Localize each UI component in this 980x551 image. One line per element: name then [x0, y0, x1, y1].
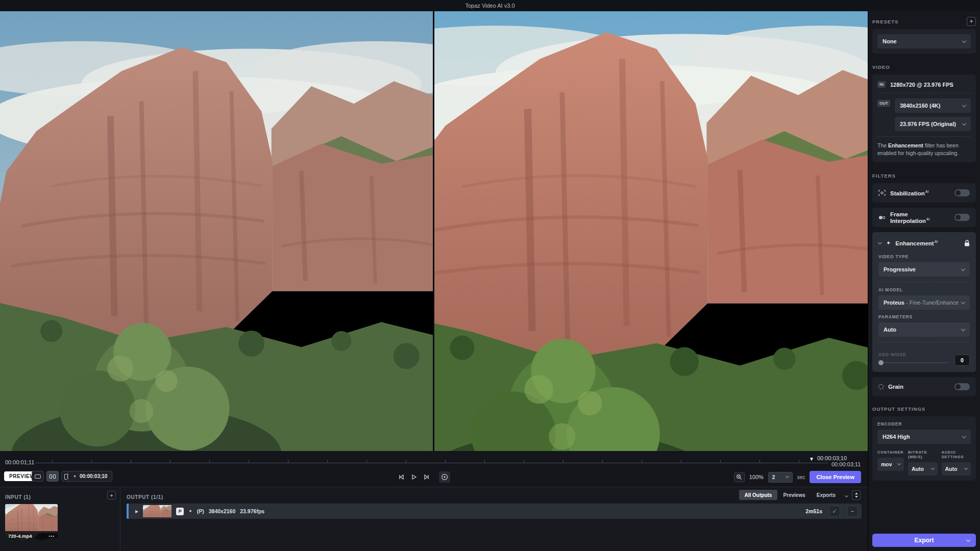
grain-label: Grain: [888, 384, 903, 390]
output-resolution-select[interactable]: 3840x2160 (4K): [895, 98, 971, 113]
row-fps: 23.976fps: [240, 508, 264, 514]
playhead-icon[interactable]: ▼: [809, 457, 814, 462]
input-panel: INPUT (1) + 720-4.mp4 •••: [0, 487, 120, 551]
output-row[interactable]: ▶ P ✦ (P) 3840x2160 23.976fps 2m51s ✓ −: [127, 504, 862, 519]
grain-filter: Grain: [872, 377, 976, 396]
encoder-label: ENCODER: [877, 421, 971, 427]
timeline: 00:00:01;11 ▼ 00:00:03;10 00:00:03;11: [0, 451, 868, 468]
preset-select[interactable]: None: [877, 34, 971, 48]
input-clip-thumbnail[interactable]: 720-4.mp4 •••: [5, 504, 58, 540]
video-type-select[interactable]: Progressive: [878, 262, 970, 277]
plus-icon: +: [969, 18, 973, 25]
output-panel: OUTPUT (1/1) All Outputs Previews Export…: [120, 487, 868, 551]
ai-model-select[interactable]: Proteus - Fine-Tune/Enhance: [878, 295, 970, 310]
add-noise-slider[interactable]: [878, 362, 948, 363]
side-by-side-icon: [50, 474, 56, 479]
container-select[interactable]: mov: [877, 458, 904, 471]
container-label: CONTAINER: [877, 450, 904, 455]
export-button[interactable]: Export: [872, 534, 976, 547]
chevron-down-icon: [786, 474, 789, 478]
audio-settings-select[interactable]: Auto: [942, 462, 971, 475]
enhanced-video-frame: [434, 11, 868, 451]
step-back-button[interactable]: [398, 473, 405, 481]
enhanced-video-pane[interactable]: [434, 11, 868, 451]
seconds-label: sec: [797, 474, 805, 480]
row-complete-button[interactable]: ✓: [829, 506, 840, 517]
close-preview-button[interactable]: Close Preview: [810, 471, 861, 483]
output-row-thumbnail: [143, 505, 172, 517]
add-noise-value[interactable]: 0: [954, 355, 970, 366]
step-forward-button[interactable]: [423, 473, 430, 481]
playback-control-strip: PREVIEW ▼ 00:00:03;10 10: [0, 468, 868, 487]
bitrate-select[interactable]: Auto: [908, 462, 938, 475]
output-filter-tabs: All Outputs Previews Exports: [739, 490, 861, 500]
preview-length-select[interactable]: 2: [768, 472, 793, 483]
add-preset-button[interactable]: +: [967, 17, 976, 26]
sort-order-button[interactable]: [852, 490, 861, 500]
export-zone: Export: [868, 486, 980, 551]
chevron-down-icon: [961, 300, 965, 304]
plus-icon: +: [110, 492, 113, 498]
chevron-down-icon: [966, 537, 970, 541]
view-mode-buttons: [32, 471, 74, 482]
video-type-label: VIDEO TYPE: [878, 254, 970, 259]
chevron-down-icon: [962, 38, 966, 42]
tab-exports[interactable]: Exports: [811, 490, 841, 500]
output-settings-label: OUTPUT SETTINGS: [872, 406, 925, 412]
frame-interpolation-toggle[interactable]: [954, 214, 970, 221]
row-remove-button[interactable]: −: [847, 506, 858, 517]
parameters-select[interactable]: Auto: [878, 322, 970, 337]
collapse-chevron-icon[interactable]: [878, 240, 882, 244]
chevron-down-icon: [897, 462, 901, 465]
zoom-button[interactable]: [734, 472, 745, 482]
input-panel-header: INPUT (1): [5, 494, 31, 500]
clip-menu-button[interactable]: •••: [49, 534, 55, 538]
input-clip-name-bar: 720-4.mp4 •••: [5, 531, 58, 540]
frame-interpolation-filter: Frame InterpolationAI: [872, 208, 976, 227]
original-video-pane[interactable]: [0, 11, 433, 451]
current-timecode-chip[interactable]: ▼ 00:00:03;10: [68, 471, 112, 482]
stabilization-icon: [878, 190, 886, 196]
timeline-track[interactable]: [36, 463, 828, 463]
enhancement-label: EnhancementAI: [895, 240, 938, 246]
input-video-specs: 1280x720 @ 23.976 FPS: [890, 82, 953, 88]
add-noise-label: ADD NOISE: [878, 352, 948, 357]
settings-sidebar: PRESETS + None VIDEO IN 1280x720 @ 23.97…: [868, 11, 980, 486]
sort-arrows-icon: [854, 492, 859, 498]
row-play-icon[interactable]: ▶: [135, 509, 138, 514]
output-fps-select[interactable]: 23.976 FPS (Original): [895, 117, 971, 131]
zoom-percent: 100%: [749, 474, 764, 480]
tab-previews[interactable]: Previews: [777, 490, 811, 500]
loop-playback-button[interactable]: [439, 471, 450, 483]
window-titlebar: Topaz Video AI v3.0: [0, 0, 980, 11]
ai-model-label: AI MODEL: [878, 287, 970, 292]
preview-zoom-controls: 100% 2 sec Close Preview: [734, 471, 861, 483]
media-panels: INPUT (1) + 720-4.mp4 ••• OUTPUT (1/1) A…: [0, 487, 868, 551]
timeline-start-timecode: 00:00:01;11: [5, 459, 34, 465]
chevron-down-icon: [961, 267, 965, 271]
row-resolution: 3840x2160: [209, 508, 236, 514]
single-view-button[interactable]: [32, 471, 44, 482]
slider-knob[interactable]: [878, 360, 884, 365]
side-by-side-view-button[interactable]: [46, 471, 59, 482]
chevron-down-icon[interactable]: [845, 493, 848, 497]
playhead-timecode: 00:00:03;10: [817, 455, 847, 461]
tab-all-outputs[interactable]: All Outputs: [739, 490, 778, 500]
lock-icon[interactable]: [964, 240, 970, 246]
stabilization-label: StabilizationAI: [890, 190, 928, 196]
input-file-name: 720-4.mp4: [8, 533, 32, 539]
grain-toggle[interactable]: [954, 383, 970, 390]
single-view-icon: [35, 474, 41, 479]
in-badge: IN: [877, 81, 886, 88]
chevron-down-icon: [930, 466, 934, 470]
original-video-frame: [0, 11, 433, 451]
chevron-down-icon: [962, 434, 966, 438]
frame-interpolation-label: Frame InterpolationAI: [890, 211, 945, 224]
add-input-button[interactable]: +: [107, 491, 116, 499]
stabilization-toggle[interactable]: [954, 189, 970, 196]
play-button[interactable]: [410, 473, 418, 481]
grain-icon: [878, 384, 884, 389]
encoder-select[interactable]: H264 High: [877, 430, 971, 444]
timeline-end-timecode: 00:00:03;11: [831, 461, 861, 467]
app-title: Topaz Video AI v3.0: [465, 3, 514, 9]
